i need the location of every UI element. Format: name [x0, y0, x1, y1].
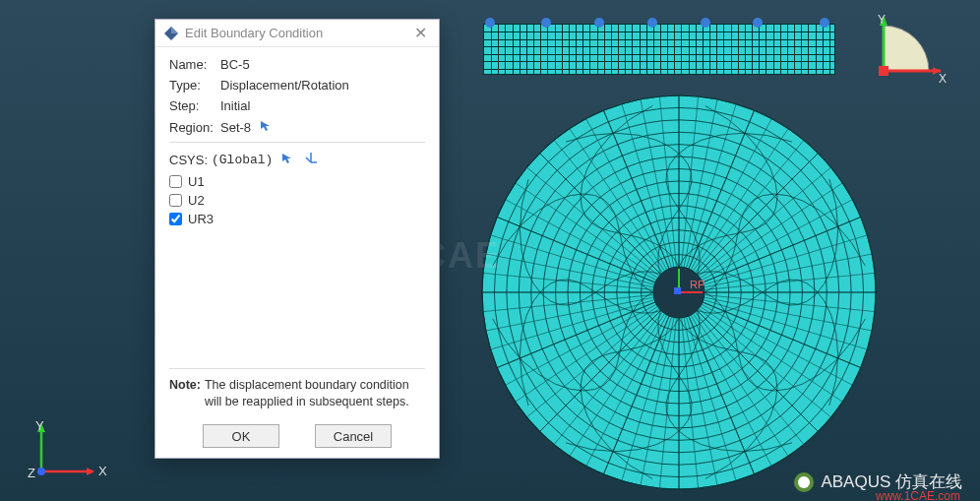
view-triad-icon: X Y: [872, 14, 949, 91]
name-label: Name:: [169, 57, 220, 72]
dialog-title: Edit Boundary Condition: [185, 26, 410, 40]
dof-ur3[interactable]: UR3: [169, 212, 425, 226]
step-label: Step:: [169, 98, 220, 113]
note-label: Note:: [169, 377, 201, 410]
plate-mesh: [483, 24, 835, 75]
cancel-button[interactable]: Cancel: [315, 424, 392, 448]
svg-text:RP: RP: [690, 279, 704, 290]
axis-z-label: Z: [28, 466, 35, 480]
ok-button[interactable]: OK: [203, 424, 279, 448]
u1-label: U1: [188, 174, 205, 189]
step-value: Initial: [220, 98, 250, 113]
name-value: BC-5: [220, 57, 250, 72]
abaqus-icon: [163, 26, 179, 41]
pick-region-icon[interactable]: [259, 119, 273, 136]
edit-bc-dialog: Edit Boundary Condition ✕ Name: BC-5 Typ…: [154, 19, 440, 459]
note-text: The displacement boundary condition will…: [205, 377, 425, 410]
svg-text:Y: Y: [878, 14, 886, 27]
region-label: Region:: [169, 120, 220, 135]
ur3-checkbox[interactable]: [169, 213, 182, 225]
svg-marker-115: [171, 27, 178, 33]
type-label: Type:: [169, 78, 220, 93]
u2-label: U2: [188, 193, 205, 208]
logo-icon: [793, 471, 815, 493]
axis-x-label: X: [98, 464, 107, 478]
u1-checkbox[interactable]: [169, 175, 182, 188]
svg-rect-100: [674, 287, 681, 294]
close-icon[interactable]: ✕: [410, 24, 431, 42]
create-csys-icon[interactable]: [304, 151, 319, 168]
pick-csys-icon[interactable]: [280, 152, 294, 168]
svg-rect-106: [879, 66, 888, 76]
dof-u2[interactable]: U2: [169, 193, 425, 208]
axis-y-label: Y: [35, 420, 44, 433]
global-triad-icon: X Y Z: [24, 420, 107, 489]
region-value: Set-8: [220, 120, 251, 135]
svg-point-113: [37, 468, 45, 475]
dof-u1[interactable]: U1: [169, 174, 425, 189]
branding-url: www.1CAE.com: [876, 489, 960, 501]
svg-marker-110: [87, 468, 94, 475]
dialog-titlebar[interactable]: Edit Boundary Condition ✕: [155, 20, 439, 47]
svg-text:X: X: [939, 72, 947, 86]
disc-mesh: RP: [481, 94, 877, 490]
csys-label: CSYS:: [169, 153, 208, 167]
ur3-label: UR3: [188, 212, 214, 226]
u2-checkbox[interactable]: [169, 194, 182, 207]
csys-value: (Global): [212, 153, 273, 167]
type-value: Displacement/Rotation: [220, 78, 349, 93]
svg-point-120: [798, 476, 810, 488]
